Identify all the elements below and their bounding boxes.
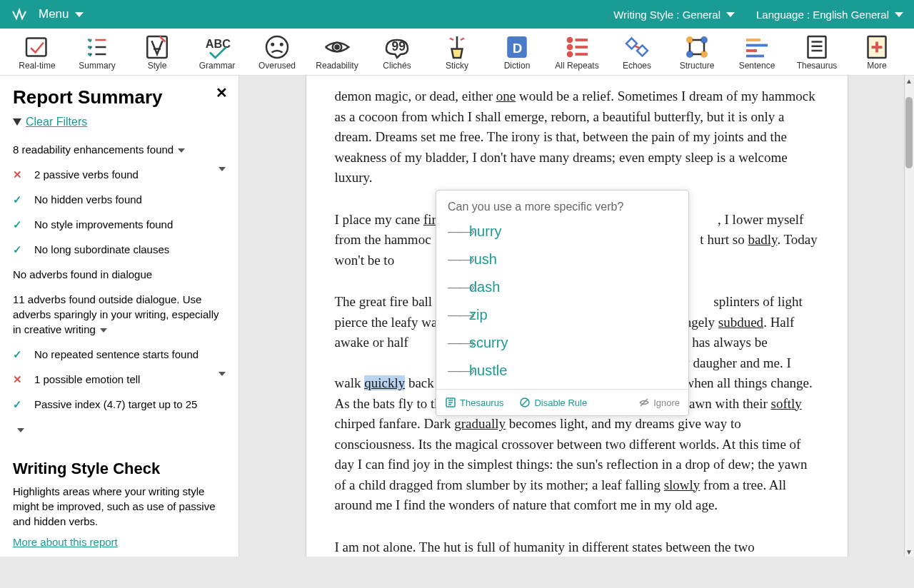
svg-point-5: [281, 44, 283, 46]
writing-style-check-desc: Highlights areas where your writing styl…: [13, 484, 226, 529]
toolbar-label: Real-time: [19, 61, 55, 71]
flagged-word-subdued[interactable]: subdued: [718, 315, 763, 330]
report-summary-title: Report Summary: [13, 86, 226, 108]
toolbar-label: All Repeats: [555, 61, 598, 71]
language-dropdown[interactable]: Language : English General: [756, 9, 903, 21]
clear-filters-link[interactable]: Clear Filters: [13, 116, 226, 128]
disable-icon: [519, 397, 531, 408]
toolbar-cliches-button[interactable]: 99Clichés: [367, 34, 427, 72]
vertical-scrollbar[interactable]: ▲ ▼: [904, 76, 914, 557]
chevron-down-icon: [178, 148, 185, 153]
writing-style-dropdown[interactable]: Writing Style : General: [613, 9, 735, 21]
flagged-word-gradually[interactable]: gradually: [454, 416, 506, 431]
summary-item[interactable]: ✕2 passive verbs found: [13, 162, 226, 187]
svg-point-15: [568, 53, 572, 56]
overused-icon: [263, 36, 291, 59]
suggestion-item[interactable]: ——›zip: [436, 301, 688, 329]
svg-text:D: D: [513, 41, 523, 56]
check-icon: ✓: [13, 242, 27, 257]
thesaurus-button[interactable]: Thesaurus: [445, 397, 503, 408]
scroll-down-arrow[interactable]: ▼: [905, 548, 913, 555]
toolbar-summary-button[interactable]: Summary: [67, 34, 127, 72]
toolbar-realtime-button[interactable]: Real-time: [7, 34, 67, 72]
language-label: Language :: [756, 9, 810, 21]
summary-item: No adverbs found in dialogue: [13, 262, 226, 287]
ignore-button[interactable]: Ignore: [638, 397, 680, 408]
popup-header: Can you use a more specific verb?: [436, 191, 688, 218]
scroll-thumb[interactable]: [905, 97, 913, 168]
svg-rect-0: [26, 39, 46, 56]
chevron-down-icon: [100, 328, 107, 333]
flagged-word-one[interactable]: one: [496, 88, 516, 103]
suggestion-item[interactable]: ——›hurry: [436, 218, 688, 245]
toolbar-sentence-button[interactable]: Sentence: [727, 34, 787, 72]
suggestion-text: hustle: [469, 363, 507, 379]
flagged-word[interactable]: fir: [423, 212, 436, 227]
toolbar-label: Diction: [504, 61, 531, 71]
top-bar: Menu Writing Style : General Language : …: [0, 0, 914, 29]
suggestion-item[interactable]: ——›hustle: [436, 357, 688, 385]
toolbar-readability-button[interactable]: Readability: [307, 34, 367, 72]
toolbar-structure-button[interactable]: Structure: [667, 34, 727, 72]
toolbar-label: Sticky: [446, 61, 468, 71]
summary-icon: [83, 36, 111, 59]
toolbar-diction-button[interactable]: DDiction: [487, 34, 547, 72]
toolbar-repeats-button[interactable]: All Repeats: [547, 34, 607, 72]
style-icon: [143, 36, 171, 59]
flagged-word-badly[interactable]: badly: [748, 232, 777, 247]
document-area: demon magic, or dead, either one would b…: [239, 76, 914, 557]
suggestion-item[interactable]: ——›scurry: [436, 329, 688, 357]
summary-item: ✓No style improvements found: [13, 212, 226, 237]
scroll-up-arrow[interactable]: ▲: [905, 77, 913, 84]
check-icon: ✓: [13, 192, 27, 207]
suggestion-item[interactable]: ——›dash: [436, 273, 688, 301]
chevron-down-icon: [219, 167, 226, 171]
toolbar-label: Overused: [258, 61, 296, 71]
svg-point-3: [266, 36, 288, 58]
summary-item[interactable]: 11 adverbs found outside dialogue. Use a…: [13, 287, 226, 342]
more-icon: [863, 36, 891, 59]
repeats-icon: [563, 36, 591, 59]
chevron-down-icon: [75, 12, 84, 17]
svg-point-7: [336, 46, 339, 49]
toolbar-thesaurus-button[interactable]: Thesaurus: [787, 34, 847, 72]
flagged-word-quickly[interactable]: quickly: [364, 375, 405, 390]
language-value: English General: [813, 9, 889, 21]
suggestion-item[interactable]: ——›rush: [436, 245, 688, 273]
summary-item: ✓No hidden verbs found: [13, 187, 226, 212]
disable-rule-button[interactable]: Disable Rule: [519, 397, 587, 408]
paragraph: I am not alone. The hut is full of human…: [335, 537, 819, 557]
thesaurus-label: Thesaurus: [460, 397, 503, 408]
chevron-down-icon[interactable]: [17, 428, 24, 432]
svg-point-13: [568, 46, 572, 49]
toolbar-label: Clichés: [383, 61, 411, 71]
check-icon: ✓: [13, 397, 27, 412]
disable-rule-label: Disable Rule: [534, 397, 587, 408]
toolbar-overused-button[interactable]: Overused: [247, 34, 307, 72]
summary-item[interactable]: ✕1 possible emotion tell: [13, 367, 226, 392]
menu-button[interactable]: Menu: [39, 7, 84, 21]
toolbar-style-button[interactable]: Style: [127, 34, 187, 72]
writing-style-value: General: [683, 9, 720, 21]
close-icon[interactable]: ✕: [216, 84, 228, 101]
x-icon: ✕: [13, 167, 27, 182]
arrow-right-icon: ——›: [448, 363, 469, 378]
svg-point-4: [272, 44, 274, 46]
x-icon: ✕: [13, 372, 27, 387]
toolbar-echoes-button[interactable]: Echoes: [607, 34, 667, 72]
realtime-icon: [23, 36, 51, 59]
toolbar-more-button[interactable]: More: [847, 34, 907, 72]
echoes-icon: [623, 36, 651, 59]
flagged-word-slowly[interactable]: slowly: [664, 477, 700, 492]
structure-icon: [683, 36, 711, 59]
sidebar-report-summary: ✕ Report Summary Clear Filters 8 readabi…: [0, 76, 239, 557]
toolbar-sticky-button[interactable]: Sticky: [427, 34, 487, 72]
ignore-icon: [638, 397, 650, 408]
toolbar-label: More: [867, 61, 886, 71]
toolbar: Real-timeSummaryStyleABCGrammarOverusedR…: [0, 29, 914, 76]
summary-item[interactable]: 8 readability enhancements found: [13, 137, 226, 162]
svg-line-39: [522, 400, 528, 405]
more-about-report-link[interactable]: More about this report: [13, 536, 118, 548]
flagged-word-softly[interactable]: softly: [771, 396, 802, 411]
toolbar-grammar-button[interactable]: ABCGrammar: [187, 34, 247, 72]
